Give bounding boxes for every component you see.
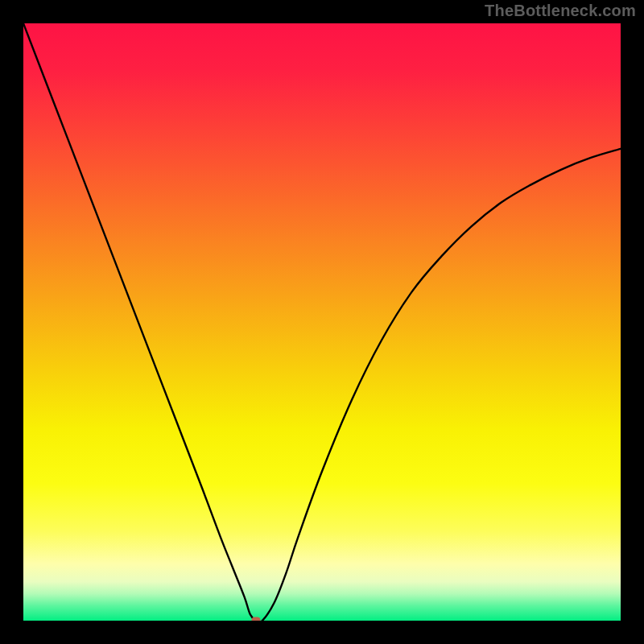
background-gradient (23, 23, 621, 621)
optimal-point-marker (252, 617, 261, 621)
plot-area (23, 23, 621, 621)
svg-rect-0 (23, 23, 621, 621)
attribution-text: TheBottleneck.com (485, 2, 636, 20)
chart-frame: TheBottleneck.com (0, 0, 644, 644)
